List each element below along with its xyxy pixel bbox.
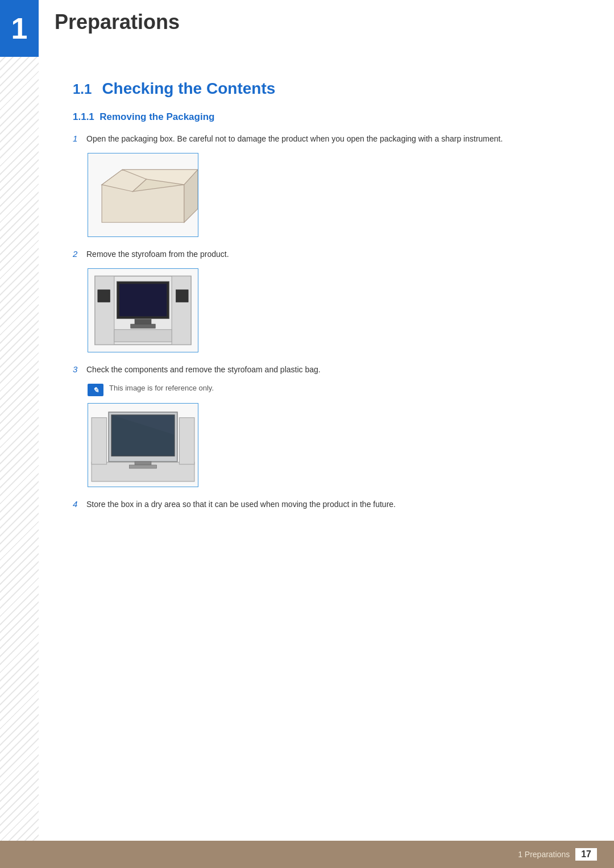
svg-rect-21 — [109, 412, 177, 462]
svg-rect-7 — [172, 276, 191, 345]
left-stripe-decoration — [0, 0, 39, 868]
section-1-1-1-header: 1.1.1 Removing the Packaging — [73, 111, 580, 123]
note-text: This image is for reference only. — [109, 384, 214, 392]
step-3-text: Check the components and remove the styr… — [86, 364, 321, 376]
step-2-row: 2 Remove the styrofoam from the product. — [73, 248, 580, 260]
footer: 1 Preparations 17 — [0, 841, 614, 868]
step-1-text: Open the packaging box. Be careful not t… — [86, 133, 503, 145]
step-1-number: 1 — [73, 134, 86, 143]
step-1-row: 1 Open the packaging box. Be careful not… — [73, 133, 580, 145]
step-2-image — [88, 268, 198, 352]
step-3-row: 3 Check the components and remove the st… — [73, 364, 580, 376]
footer-text: 1 Preparations — [518, 850, 570, 859]
footer-page-number: 17 — [575, 848, 597, 861]
svg-rect-13 — [98, 290, 110, 302]
svg-rect-17 — [179, 418, 194, 464]
monitor-in-box-svg — [88, 269, 198, 352]
step-3-image — [88, 403, 198, 487]
svg-rect-22 — [135, 462, 151, 465]
section-1-1-title: Checking the Contents — [102, 80, 275, 98]
chapter-number-block: 1 — [0, 0, 39, 57]
section-1-1-1-title: 1.1.1 Removing the Packaging — [73, 111, 214, 122]
step-4: 4 Store the box in a dry area so that it… — [73, 499, 580, 510]
svg-rect-9 — [119, 284, 167, 317]
step-4-text: Store the box in a dry area so that it c… — [86, 499, 396, 510]
chapter-title: Preparations — [55, 10, 180, 34]
step-3-number: 3 — [73, 364, 86, 374]
svg-rect-11 — [131, 324, 155, 328]
note-icon: ✎ — [88, 384, 103, 396]
cardboard-box-svg — [88, 153, 198, 236]
svg-rect-23 — [129, 465, 156, 468]
step-3-note: ✎ This image is for reference only. — [88, 384, 580, 396]
svg-rect-14 — [176, 290, 188, 302]
step-2-text: Remove the styrofoam from the product. — [86, 248, 229, 260]
svg-rect-6 — [95, 276, 114, 345]
svg-rect-12 — [114, 330, 172, 342]
step-3: 3 Check the components and remove the st… — [73, 364, 580, 487]
step-2: 2 Remove the styrofoam from the product. — [73, 248, 580, 352]
section-1-1-header: 1.1 Checking the Contents — [73, 80, 580, 98]
step-4-row: 4 Store the box in a dry area so that it… — [73, 499, 580, 510]
monitor-out-svg — [88, 404, 198, 487]
step-1: 1 Open the packaging box. Be careful not… — [73, 133, 580, 237]
main-content: 1.1 Checking the Contents 1.1.1 Removing… — [39, 63, 614, 840]
step-2-number: 2 — [73, 249, 86, 259]
chapter-title-area: Preparations — [39, 0, 180, 34]
step-4-number: 4 — [73, 499, 86, 509]
svg-rect-16 — [92, 418, 107, 464]
section-1-1-number: 1.1 — [73, 81, 92, 97]
chapter-number: 1 — [11, 11, 28, 45]
chapter-header: 1 Preparations — [0, 0, 614, 57]
step-1-image — [88, 153, 198, 237]
